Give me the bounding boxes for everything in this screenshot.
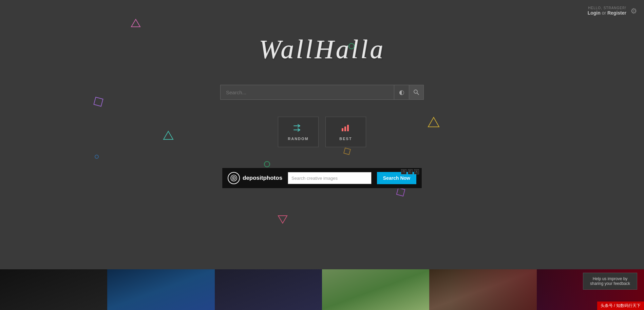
best-label: BEST bbox=[339, 137, 352, 141]
svg-rect-9 bbox=[347, 125, 349, 131]
ad-close-btn[interactable]: X bbox=[414, 169, 419, 174]
ad-report-btn[interactable]: R bbox=[401, 169, 406, 174]
site-logo: WallHalla bbox=[259, 34, 385, 64]
settings-icon[interactable]: ⚙ bbox=[630, 7, 637, 16]
ad-search-input[interactable] bbox=[288, 172, 372, 184]
random-label: RANDOM bbox=[288, 137, 309, 141]
search-bar: ◐ bbox=[220, 85, 424, 100]
best-button[interactable]: BEST bbox=[325, 117, 366, 147]
dp-logo-text: depositphotos bbox=[243, 175, 282, 181]
bottom-image-strip bbox=[0, 269, 644, 310]
main-content: WallHalla ◐ RANDOM bbox=[0, 0, 644, 202]
shuffle-svg bbox=[293, 124, 303, 132]
svg-line-5 bbox=[417, 93, 419, 95]
ad-controls: R E X bbox=[401, 169, 419, 174]
svg-rect-7 bbox=[342, 128, 343, 131]
register-link[interactable]: Register bbox=[607, 10, 626, 16]
svg-point-12 bbox=[233, 177, 234, 179]
random-icon bbox=[293, 123, 303, 134]
random-button[interactable]: RANDOM bbox=[278, 117, 319, 147]
feedback-text: Help us improve by sharing your feedback bbox=[590, 276, 630, 286]
best-icon bbox=[341, 123, 351, 134]
or-separator: or bbox=[602, 10, 606, 16]
chart-svg bbox=[341, 123, 351, 132]
svg-marker-3 bbox=[278, 216, 287, 223]
greeting-text: HELLO, STRANGER! bbox=[588, 6, 626, 10]
ad-banner: R E X depositphotos Search Now bbox=[222, 168, 422, 189]
login-link[interactable]: Login bbox=[588, 10, 601, 16]
search-submit-button[interactable] bbox=[409, 85, 424, 100]
search-input[interactable] bbox=[220, 85, 394, 100]
ad-expand-btn[interactable]: E bbox=[408, 169, 413, 174]
nav-buttons: RANDOM BEST bbox=[278, 117, 366, 147]
logo-text: WallHalla bbox=[259, 34, 385, 64]
deco-triangle-4 bbox=[278, 215, 288, 224]
depositphotos-logo: depositphotos bbox=[228, 172, 282, 184]
dp-logo-icon bbox=[228, 172, 240, 184]
search-toggle-button[interactable]: ◐ bbox=[394, 85, 409, 100]
search-icon bbox=[413, 89, 419, 95]
header: HELLO, STRANGER! Login or Register ⚙ bbox=[588, 6, 637, 16]
cn-watermark: 头条号 / 知数码行天下 bbox=[597, 302, 644, 310]
dp-icon-svg bbox=[230, 174, 238, 182]
auth-links: Login or Register bbox=[588, 10, 626, 16]
svg-rect-8 bbox=[344, 127, 346, 131]
header-login-area: HELLO, STRANGER! Login or Register bbox=[588, 6, 626, 16]
feedback-tooltip: Help us improve by sharing your feedback bbox=[583, 273, 637, 290]
